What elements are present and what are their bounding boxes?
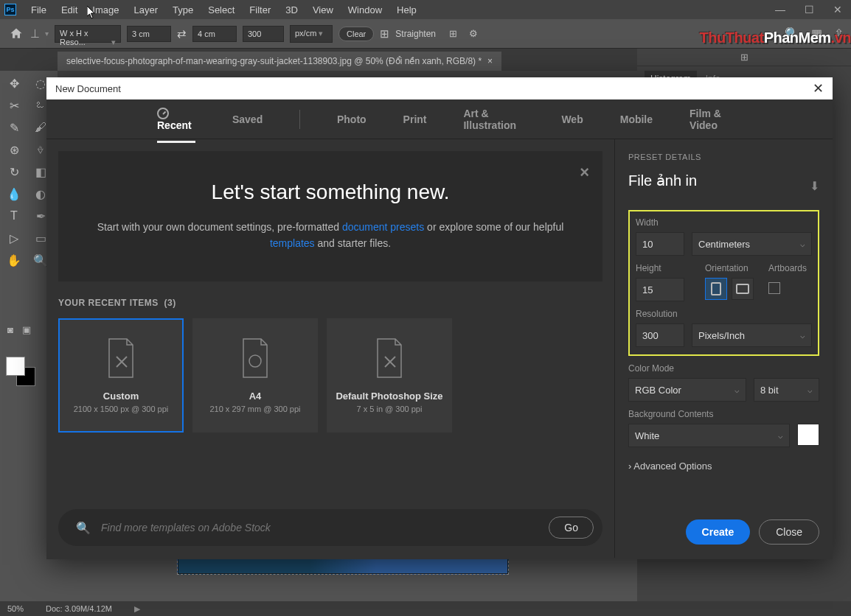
toolbox: ✥ ◌ ✂ ఒ ✎ 🖌 ⊛ ⎀ ↻ ◧ 💧 ◐ T ✒ ▷ ▭ ✋ 🔍 ◙ ▣ [0,71,49,273]
tab-film[interactable]: Film & Video [690,108,737,131]
blur-tool[interactable]: 💧 [3,184,25,203]
preset-sub: 2100 x 1500 px @ 300 ppi [74,405,169,413]
tab-art[interactable]: Art & Illustration [463,108,524,131]
menu-image[interactable]: Image [85,1,126,18]
crop-ratio-select[interactable]: W x H x Reso... ▾ [55,25,121,43]
quick-mask-icon[interactable]: ◙ [7,324,13,335]
move-tool[interactable]: ✥ [3,74,25,93]
menu-select[interactable]: Select [201,1,242,18]
close-tab-icon[interactable]: × [487,56,493,66]
panel-icon-a[interactable]: ⊞ [740,52,748,63]
screen-mode-icon[interactable]: ▣ [22,324,31,335]
menu-file[interactable]: File [24,1,54,18]
advanced-options-toggle[interactable]: Advanced Options [628,461,819,472]
home-icon[interactable] [7,27,25,41]
path-select-tool[interactable]: ▷ [3,228,25,248]
window-controls: — ☐ ✕ [771,4,847,15]
document-icon [105,337,137,379]
bg-color-swatch[interactable] [797,424,819,446]
zoom-level[interactable]: 50% [7,604,24,613]
crop-unit-select[interactable]: px/cm ▾ [290,25,333,43]
hero-heading: Let's start something new. [80,181,580,204]
tab-mobile[interactable]: Mobile [620,113,653,125]
healing-tool[interactable]: ⊛ [3,140,25,159]
resolution-input[interactable] [636,323,684,347]
gear-icon[interactable]: ⚙ [469,28,478,39]
close-window-button[interactable]: ✕ [829,4,847,15]
preset-a4[interactable]: A4 210 x 297 mm @ 300 ppi [192,318,318,433]
options-bar: ⟂ ▾ W x H x Reso... ▾ ⇄ px/cm ▾ Clear ⊞ … [0,19,851,49]
close-button[interactable]: Close [759,519,819,545]
preset-default[interactable]: Default Photoshop Size 7 x 5 in @ 300 pp… [327,318,452,433]
width-label: Width [636,217,812,228]
orientation-landscape[interactable] [732,278,754,300]
width-unit-select[interactable]: Centimeters⌵ [692,232,812,256]
history-brush-tool[interactable]: ↻ [3,162,25,181]
hand-tool[interactable]: ✋ [3,251,25,270]
menu-view[interactable]: View [305,1,341,18]
swap-dimensions-icon[interactable]: ⇄ [177,27,187,41]
bg-contents-select[interactable]: White⌵ [628,424,790,447]
menu-type[interactable]: Type [165,1,201,18]
search-bar: 🔍 Go [58,509,602,546]
width-input[interactable] [636,232,684,256]
dialog-title-bar: New Document ✕ [46,77,833,99]
hero-close-icon[interactable]: × [580,163,589,182]
document-icon [239,337,271,379]
type-tool[interactable]: T [3,206,25,225]
menu-filter[interactable]: Filter [242,1,278,18]
recent-items-heading: YOUR RECENT ITEMS (3) [58,298,602,308]
preset-name-input[interactable]: File ảnh in [628,172,697,189]
menu-help[interactable]: Help [389,1,424,18]
color-mode-label: Color Mode [628,363,819,374]
preset-sub: 7 x 5 in @ 300 ppi [357,405,423,413]
menu-list: File Edit Image Layer Type Select Filter… [24,1,424,18]
tab-web[interactable]: Web [561,113,583,125]
document-tab-label: selective-focus-photograph-of-man-wearin… [66,56,482,66]
preset-custom[interactable]: Custom 2100 x 1500 px @ 300 ppi [58,318,184,433]
templates-link[interactable]: templates [270,237,315,249]
hero-panel: × Let's start something new. Start with … [58,151,602,281]
crop-res-input[interactable] [243,26,284,42]
minimize-button[interactable]: — [771,4,790,15]
create-button[interactable]: Create [686,519,751,545]
grid-options-icon[interactable]: ⊞ [449,28,457,39]
clear-button[interactable]: Clear [338,27,374,41]
menu-layer[interactable]: Layer [127,1,166,18]
doc-presets-link[interactable]: document presets [342,221,424,233]
preset-sub: 210 x 297 mm @ 300 ppi [209,405,300,413]
highlighted-fields: Width Centimeters⌵ Height Orientation [628,210,819,356]
straighten-label[interactable]: Straighten [395,29,436,39]
crop-width-input[interactable] [127,26,171,42]
tab-print[interactable]: Print [403,113,427,125]
tab-saved[interactable]: Saved [232,113,263,125]
tab-recent[interactable]: Recent [157,108,195,131]
preset-name: Custom [103,391,139,402]
document-tab[interactable]: selective-focus-photograph-of-man-wearin… [58,52,501,71]
height-input[interactable] [636,278,684,301]
save-preset-icon[interactable]: ⬇ [810,179,819,193]
orientation-label: Orientation [705,263,754,273]
orientation-portrait[interactable] [705,278,727,300]
search-input[interactable] [101,522,549,533]
artboards-checkbox[interactable] [768,282,780,294]
color-mode-select[interactable]: RGB Color⌵ [628,378,746,402]
foreground-color[interactable] [6,357,25,376]
height-label: Height [636,263,690,273]
svg-point-0 [249,355,261,367]
crop-height-input[interactable] [192,26,237,42]
dialog-close-icon[interactable]: ✕ [813,80,824,97]
resolution-unit-select[interactable]: Pixels/Inch⌵ [692,323,812,347]
crop-tool[interactable]: ✂ [3,96,25,115]
menu-edit[interactable]: Edit [54,1,85,18]
status-bar: 50% Doc: 3.09M/4.12M ▶ [0,601,851,616]
new-document-dialog: New Document ✕ Recent Saved Photo Print … [46,77,833,559]
menu-window[interactable]: Window [341,1,389,18]
eyedropper-tool[interactable]: ✎ [3,118,25,137]
tab-photo[interactable]: Photo [337,113,367,125]
color-depth-select[interactable]: 8 bit⌵ [754,378,819,402]
straighten-icon[interactable]: ⊞ [380,27,389,41]
go-button[interactable]: Go [549,517,594,539]
menu-3d[interactable]: 3D [278,1,305,18]
maximize-button[interactable]: ☐ [800,4,819,15]
